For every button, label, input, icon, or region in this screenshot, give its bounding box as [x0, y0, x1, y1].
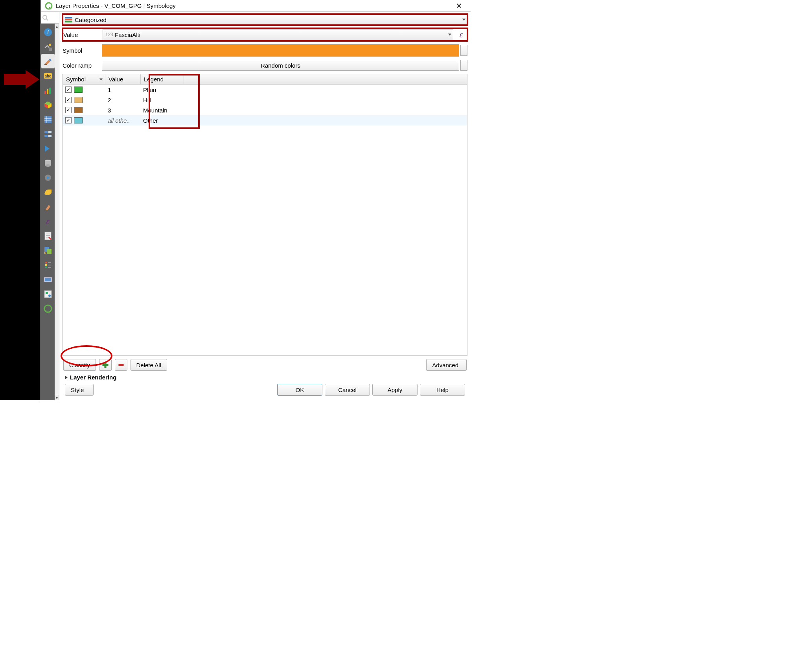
col-value[interactable]: Value [105, 74, 141, 84]
row-checkbox[interactable]: ✓ [65, 87, 72, 93]
symbology-panel: Categorized Value 123 FasciaAlti ε Symbo… [59, 12, 471, 400]
row-checkbox[interactable]: ✓ [65, 117, 72, 123]
scroll-up-icon[interactable]: ▲ [55, 24, 59, 29]
svg-rect-14 [49, 88, 51, 94]
svg-rect-51 [65, 17, 72, 18]
renderer-label: Categorized [75, 17, 107, 23]
tab-diagrams[interactable] [41, 83, 55, 97]
cancel-button[interactable]: Cancel [325, 384, 370, 396]
renderer-combo[interactable]: Categorized [63, 14, 467, 25]
tab-information[interactable]: i [41, 25, 55, 39]
delete-all-button[interactable]: Delete All [131, 359, 167, 371]
annotation-black-strip [0, 0, 40, 400]
svg-rect-12 [44, 91, 46, 94]
tab-rendering[interactable] [41, 200, 55, 214]
symbol-dropdown[interactable] [460, 45, 467, 56]
svg-rect-56 [119, 364, 123, 366]
row-legend: Mountain [141, 107, 188, 114]
plus-icon [102, 362, 109, 368]
col-legend[interactable]: Legend [141, 74, 184, 84]
svg-rect-40 [45, 264, 47, 266]
tab-metadata[interactable] [41, 229, 55, 243]
tab-server[interactable] [41, 272, 55, 286]
svg-rect-8 [49, 48, 52, 51]
tab-variables[interactable]: ε [41, 214, 55, 228]
tab-labels[interactable]: abc [41, 69, 55, 83]
symbol-label: Symbol [63, 47, 102, 54]
tab-symbology[interactable] [41, 54, 55, 68]
color-ramp-combo[interactable]: Random colors [102, 60, 459, 71]
classify-button[interactable]: Classify [63, 359, 96, 371]
row-legend: Hill [141, 97, 188, 103]
qgis-logo-icon [45, 2, 53, 10]
svg-point-7 [49, 44, 51, 46]
expression-button[interactable]: ε [456, 29, 467, 40]
svg-point-29 [45, 164, 51, 167]
table-row[interactable]: ✓all othe..Other [63, 115, 467, 125]
tab-actions[interactable] [41, 171, 55, 184]
scroll-down-icon[interactable]: ▼ [55, 395, 59, 400]
help-button[interactable]: Help [420, 384, 465, 396]
table-header: Symbol Value Legend [63, 74, 467, 85]
row-legend: Plain [141, 87, 188, 93]
value-field-combo[interactable]: 123 FasciaAlti [103, 29, 453, 40]
value-label: Value [63, 31, 103, 38]
svg-rect-53 [65, 21, 72, 22]
svg-point-49 [48, 295, 51, 297]
sort-caret-icon [99, 78, 103, 80]
svg-point-50 [44, 305, 52, 312]
col-symbol[interactable]: Symbol [63, 74, 105, 84]
tab-digitizing[interactable] [41, 287, 55, 301]
svg-marker-0 [4, 70, 39, 89]
ramp-label: Color ramp [63, 62, 102, 69]
row-swatch [74, 87, 83, 93]
tab-dependencies[interactable] [41, 243, 55, 257]
row-value: 1 [105, 87, 141, 93]
sidebar-scroll[interactable]: ▲ ▼ [55, 24, 59, 400]
ok-button[interactable]: OK [277, 384, 322, 396]
tab-auxiliary[interactable] [41, 156, 55, 170]
add-category-button[interactable] [99, 359, 112, 371]
table-row[interactable]: ✓2Hill [63, 95, 467, 105]
disclosure-icon [65, 376, 68, 379]
remove-category-button[interactable] [115, 359, 127, 371]
style-menu-button[interactable]: Style [65, 384, 94, 396]
svg-text:i: i [47, 29, 48, 35]
apply-button[interactable]: Apply [372, 384, 418, 396]
minus-icon [118, 362, 124, 368]
annotation-red-arrow [4, 70, 39, 89]
svg-rect-24 [44, 135, 48, 137]
tab-joins[interactable] [41, 142, 55, 155]
row-legend: Other [141, 117, 188, 124]
ramp-dropdown[interactable] [460, 60, 467, 71]
tab-fields[interactable] [41, 112, 55, 126]
tab-extra[interactable] [41, 302, 55, 315]
row-value: 2 [105, 97, 141, 103]
table-row[interactable]: ✓1Plain [63, 85, 467, 95]
field-type-icon: 123 [105, 32, 113, 37]
tab-display[interactable] [41, 185, 55, 199]
svg-rect-41 [45, 267, 47, 268]
svg-rect-47 [44, 291, 52, 298]
svg-text:abc: abc [44, 74, 52, 78]
row-value: 3 [105, 107, 141, 114]
row-checkbox[interactable]: ✓ [65, 107, 72, 113]
tab-3dview[interactable] [41, 98, 55, 112]
close-button[interactable]: ✕ [451, 0, 467, 12]
tab-legend[interactable] [41, 258, 55, 272]
advanced-button[interactable]: Advanced [426, 359, 467, 371]
categories-table[interactable]: Symbol Value Legend ✓1Plain✓2Hill✓3Mount… [63, 74, 467, 356]
svg-rect-23 [48, 131, 52, 133]
search-input[interactable] [41, 12, 59, 24]
row-checkbox[interactable]: ✓ [65, 97, 72, 103]
dialog-window: Layer Properties - V_COM_GPG | Symbology… [40, 0, 471, 400]
svg-line-4 [46, 19, 48, 20]
layer-rendering-section[interactable]: Layer Rendering [63, 372, 467, 382]
table-row[interactable]: ✓3Mountain [63, 105, 467, 115]
svg-point-48 [46, 292, 48, 294]
tab-attributes-form[interactable] [41, 127, 55, 141]
symbol-swatch[interactable] [102, 44, 459, 57]
left-rail: i abc ε [41, 12, 59, 400]
tab-source[interactable] [41, 40, 55, 53]
svg-point-1 [46, 3, 52, 9]
